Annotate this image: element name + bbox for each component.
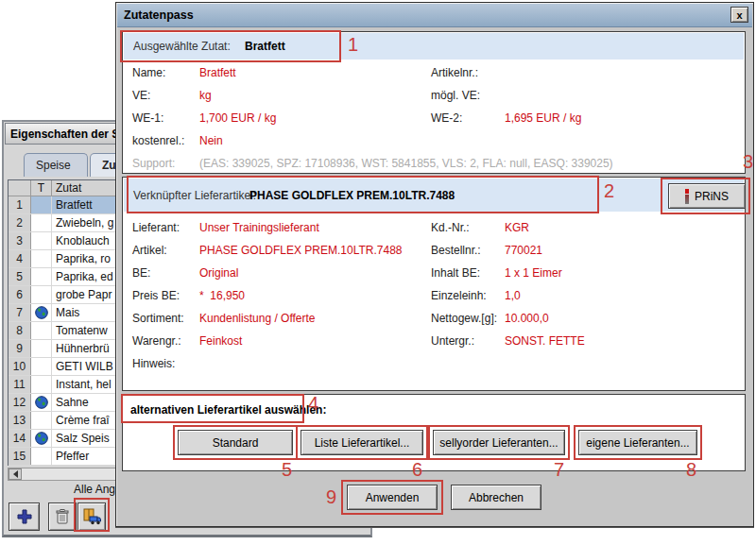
alternative-article-panel: alternativen Lieferartikel auswählen: St…	[122, 394, 746, 471]
close-button[interactable]: x	[730, 7, 748, 23]
row-num: 6	[9, 286, 31, 303]
row-t	[31, 214, 52, 231]
field-label: Sortiment:	[132, 312, 184, 325]
zutatenpass-dialog: Zutatenpass x Ausgewählte Zutat: Bratfet…	[115, 2, 754, 527]
row-num: 4	[9, 250, 31, 267]
globe-icon	[35, 306, 48, 319]
annotation-num-6: 6	[412, 459, 422, 481]
globe-icon	[35, 432, 48, 445]
cancel-button[interactable]: Abbrechen	[451, 485, 541, 510]
support-value: (EAS: 339025, SPZ: 17108936, WST: 584185…	[199, 157, 613, 170]
standard-button[interactable]: Standard	[178, 430, 293, 455]
field-label: Kd.-Nr.:	[431, 221, 470, 234]
field-value: SONST. FETTE	[505, 334, 585, 348]
row-t	[31, 394, 52, 411]
field-label: Hinweis:	[132, 357, 175, 370]
row-num: 8	[9, 322, 31, 339]
field-value: KGR	[505, 221, 529, 234]
linked-article-value: PHASE GOLDFLEX PREM.10LTR.7488	[249, 189, 455, 202]
row-t	[31, 232, 52, 249]
field-value: Nein	[199, 134, 223, 147]
row-num: 2	[9, 214, 31, 231]
close-icon: x	[736, 9, 742, 21]
sellyorder-lieferanten-button[interactable]: sellyorder Lieferanten...	[433, 430, 565, 455]
field-label: Warengr.:	[132, 334, 181, 348]
field-value: Unser Trainingslieferant	[199, 221, 319, 234]
field-value: kg	[199, 89, 212, 102]
field-label: WE-1:	[132, 111, 163, 125]
plus-icon	[16, 508, 33, 525]
field-label: Inhalt BE:	[431, 266, 480, 280]
field-label: kostenrel.:	[132, 134, 184, 147]
field-label: VE:	[132, 89, 150, 102]
apply-button-label: Anwenden	[366, 491, 420, 504]
row-num: 14	[9, 430, 31, 447]
field-label: Name:	[132, 66, 165, 79]
row-num: 15	[9, 448, 31, 465]
field-label: Nettogew.[g]:	[431, 312, 497, 325]
header-t: T	[31, 180, 52, 196]
delete-ingredient-button[interactable]	[48, 502, 77, 531]
field-label: Lieferant:	[132, 221, 180, 234]
row-t	[31, 340, 52, 357]
add-ingredient-button[interactable]	[9, 502, 40, 531]
tab-speise-label: Speise	[36, 159, 71, 172]
standard-button-label: Standard	[213, 436, 259, 450]
eigene-lieferanten-button-label: eigene Lieferanten...	[586, 436, 689, 450]
prins-button[interactable]: PRiNS	[668, 183, 746, 209]
scroll-left-arrow-icon	[13, 470, 18, 478]
field-value: 1 x 1 Eimer	[505, 266, 562, 280]
field-value: 1,0	[505, 289, 521, 302]
annotation-num-5: 5	[282, 459, 292, 481]
field-value: Feinkost	[199, 334, 242, 348]
field-value: PHASE GOLDFLEX PREM.10LTR.7488	[199, 244, 403, 257]
header-rownum	[9, 180, 31, 196]
row-num: 7	[9, 304, 31, 321]
field-label: Untergr.:	[431, 334, 474, 348]
row-t	[31, 376, 52, 393]
eigene-lieferanten-button[interactable]: eigene Lieferanten...	[578, 430, 697, 455]
row-t	[31, 250, 52, 267]
field-value: 1,700 EUR / kg	[199, 111, 276, 125]
field-value: 770021	[505, 244, 542, 257]
properties-window-title: Eigenschaften der S	[10, 128, 119, 141]
field-label: Bestellnr.:	[431, 244, 481, 257]
apply-button[interactable]: Anwenden	[347, 485, 438, 510]
field-value: 1,695 EUR / kg	[505, 111, 581, 125]
field-value: * 16,950	[199, 289, 245, 302]
annotation-num-7: 7	[554, 459, 564, 481]
field-value: 10.000,0	[505, 312, 549, 325]
cancel-button-label: Abbrechen	[469, 491, 524, 504]
field-value: Original	[199, 266, 238, 280]
row-t	[31, 358, 52, 375]
liste-lieferartikel-button-label: Liste Lieferartikel...	[315, 436, 410, 450]
annotation-num-9: 9	[326, 486, 336, 508]
row-num: 12	[9, 394, 31, 411]
row-num: 1	[9, 196, 31, 213]
annotation-num-8: 8	[686, 459, 696, 481]
field-label: BE:	[132, 266, 150, 280]
row-num: 11	[9, 376, 31, 393]
row-t	[31, 196, 52, 213]
row-t	[31, 448, 52, 465]
truck-icon	[82, 508, 101, 526]
field-label: Artikelnr.:	[431, 66, 478, 79]
trash-icon	[55, 508, 70, 525]
row-num: 9	[9, 340, 31, 357]
tab-speise[interactable]: Speise	[24, 153, 88, 177]
support-label: Support:	[132, 157, 175, 170]
field-label: Artikel:	[132, 244, 167, 257]
row-num: 10	[9, 358, 31, 375]
liste-lieferartikel-button[interactable]: Liste Lieferartikel...	[301, 430, 423, 455]
row-t	[31, 430, 52, 447]
row-t	[31, 304, 52, 321]
footnote-text: Alle Ang	[74, 483, 115, 496]
dialog-titlebar[interactable]: Zutatenpass	[117, 4, 752, 27]
selected-ingredient-panel: Ausgewählte Zutat: Bratfett Name: Bratfe…	[122, 31, 746, 174]
linked-article-panel: Verknüpfter Lieferartikel: PHASE GOLDFLE…	[122, 177, 746, 391]
selected-ingredient-label: Ausgewählte Zutat:	[133, 40, 231, 53]
field-value: Kundenlistung / Offerte	[199, 312, 316, 325]
supplier-article-button[interactable]	[77, 502, 106, 531]
field-value: Bratfett	[199, 66, 236, 79]
scroll-left-button[interactable]	[9, 468, 22, 480]
